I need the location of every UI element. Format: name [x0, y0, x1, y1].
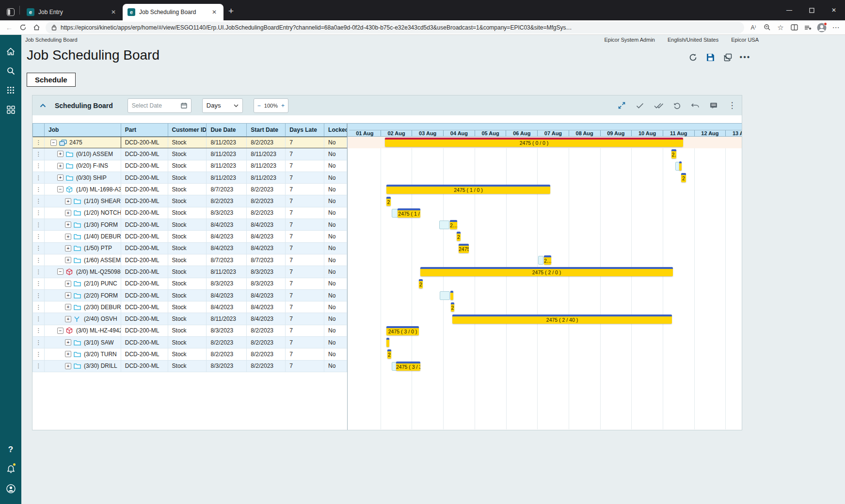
zoom-in-button[interactable]: +: [281, 102, 285, 109]
table-row[interactable]: ⋮+(3/30) DRILLDCD-200-MLStock8/3/20238/2…: [32, 361, 347, 372]
table-row[interactable]: ⋮+(0/10) ASSEMDCD-200-MLStock8/11/20238/…: [32, 148, 347, 160]
table-row[interactable]: ⋮−(2/0) ML-Q250986DCD-200-MLStock8/11/20…: [32, 266, 347, 278]
accept-check-icon[interactable]: [635, 101, 645, 110]
column-header-locked[interactable]: Locked: [324, 124, 347, 136]
expander-expand-box[interactable]: +: [65, 245, 71, 252]
zoom-out-button[interactable]: −: [257, 102, 261, 109]
table-row[interactable]: ⋮+(1/20) NOTCHDCD-200-MLStock8/3/20238/2…: [32, 207, 347, 219]
tiles-favorites-icon[interactable]: [0, 100, 21, 119]
gantt-bar[interactable]: 2475 ( 1 / 0 ): [386, 185, 550, 194]
home-icon[interactable]: [32, 23, 41, 32]
gantt-bar[interactable]: 2475 ( 3 / 30: [396, 362, 420, 371]
table-row[interactable]: ⋮+(2/20) FORMDCD-200-MLStock8/4/20238/4/…: [32, 290, 347, 301]
gantt-bar[interactable]: 2: [681, 173, 686, 182]
expander-expand-box[interactable]: +: [65, 316, 71, 322]
gantt-bar[interactable]: 2475 ( 2 / 40 ): [452, 315, 672, 324]
expander-collapse-box[interactable]: −: [57, 328, 64, 334]
table-row[interactable]: ⋮+(1/30) FORMDCD-200-MLStock8/4/20238/4/…: [32, 219, 347, 231]
column-header-part[interactable]: Part: [121, 124, 168, 136]
table-row[interactable]: ⋮+(1/10) SHEARDCD-200-MLStock8/2/20238/2…: [32, 195, 347, 207]
expander-collapse-box[interactable]: −: [57, 268, 64, 275]
row-menu-icon[interactable]: ⋮: [33, 266, 45, 277]
gantt-bar[interactable]: [679, 161, 682, 171]
expander-expand-box[interactable]: +: [65, 363, 71, 369]
gantt-bar[interactable]: 2…: [544, 255, 551, 265]
expander-expand-box[interactable]: +: [65, 198, 71, 205]
row-menu-icon[interactable]: ⋮: [33, 337, 45, 348]
notifications-bell-icon[interactable]: [0, 459, 21, 479]
home-nav-icon[interactable]: [0, 42, 21, 61]
gantt-bar[interactable]: 2475 ( 3 / 0 ): [386, 326, 419, 335]
gantt-bar[interactable]: 2475 ( 1 /: [398, 208, 420, 218]
column-header-due-date[interactable]: Due Date: [207, 124, 247, 136]
gantt-bar[interactable]: 2: [457, 232, 461, 241]
search-icon[interactable]: [0, 61, 21, 80]
save-icon[interactable]: [705, 52, 715, 62]
row-menu-icon[interactable]: ⋮: [33, 243, 45, 254]
column-header-job[interactable]: Job: [45, 124, 121, 136]
expander-expand-box[interactable]: +: [65, 339, 71, 346]
table-row[interactable]: ⋮+(2/10) PUNCDCD-200-MLStock8/3/20238/3/…: [32, 278, 347, 290]
row-menu-icon[interactable]: ⋮: [33, 301, 45, 313]
expander-expand-box[interactable]: +: [65, 304, 71, 310]
window-maximize-button[interactable]: [800, 0, 823, 20]
undo-all-icon[interactable]: [690, 101, 700, 110]
gantt-bar[interactable]: 2: [419, 279, 423, 288]
expander-expand-box[interactable]: +: [65, 257, 71, 263]
row-menu-icon[interactable]: ⋮: [33, 219, 45, 230]
row-menu-icon[interactable]: ⋮: [33, 160, 45, 172]
row-menu-icon[interactable]: ⋮: [33, 137, 45, 148]
table-row[interactable]: ⋮+(0/20) F-INSDCD-200-MLStock8/11/20238/…: [32, 160, 347, 172]
row-menu-icon[interactable]: ⋮: [33, 231, 45, 242]
row-menu-icon[interactable]: ⋮: [33, 172, 45, 183]
refresh-icon[interactable]: [18, 23, 27, 32]
expand-board-icon[interactable]: [617, 101, 626, 110]
expander-expand-box[interactable]: +: [65, 292, 71, 299]
table-row[interactable]: ⋮−(3/0) ML-HZ-4942DCD-200-MLStock8/3/202…: [32, 325, 347, 337]
gantt-bar[interactable]: 2: [386, 197, 391, 206]
browser-menu-icon[interactable]: ⋯: [831, 23, 840, 32]
column-header-days-late[interactable]: Days Late: [286, 124, 324, 136]
collapse-chevron-icon[interactable]: [37, 100, 48, 111]
expander-expand-box[interactable]: +: [65, 234, 71, 240]
read-aloud-icon[interactable]: A⁾: [749, 23, 758, 32]
page-menu-icon[interactable]: •••: [740, 52, 750, 62]
select-date-input[interactable]: Select Date: [128, 98, 191, 113]
table-row[interactable]: ⋮+(0/30) SHIPDCD-200-MLStock8/11/20238/1…: [32, 172, 347, 184]
row-menu-icon[interactable]: ⋮: [33, 361, 45, 372]
row-menu-icon[interactable]: ⋮: [33, 254, 45, 266]
row-menu-icon[interactable]: ⋮: [33, 348, 45, 360]
favorites-star-icon[interactable]: ☆: [776, 23, 785, 32]
row-menu-icon[interactable]: ⋮: [33, 313, 45, 324]
row-menu-icon[interactable]: ⋮: [33, 207, 45, 219]
comments-icon[interactable]: [709, 101, 718, 110]
row-menu-icon[interactable]: ⋮: [33, 290, 45, 301]
row-menu-icon[interactable]: ⋮: [33, 325, 45, 336]
panel-menu-icon[interactable]: ⋮: [727, 101, 737, 110]
table-row[interactable]: ⋮+(2/40) OSVHDCD-200-MLStock8/11/20238/4…: [32, 313, 347, 325]
expander-expand-box[interactable]: +: [65, 210, 71, 216]
refresh-page-icon[interactable]: [688, 52, 698, 62]
table-row[interactable]: ⋮+(1/50) PTPDCD-200-MLStock8/4/20238/4/2…: [32, 243, 347, 254]
browser-tab-job-entry[interactable]: e Job Entry ✕: [22, 4, 123, 20]
gantt-bar[interactable]: 2…: [450, 220, 457, 229]
accept-all-double-check-icon[interactable]: [654, 101, 663, 110]
workspaces-icon[interactable]: [7, 8, 15, 16]
new-tab-button[interactable]: +: [228, 6, 234, 16]
gantt-bar[interactable]: 2: [451, 302, 454, 312]
expander-expand-box[interactable]: +: [57, 151, 64, 157]
company-label[interactable]: Epicor USA: [731, 37, 759, 43]
expander-expand-box[interactable]: +: [65, 351, 71, 357]
window-close-button[interactable]: ✕: [823, 0, 845, 20]
window-minimize-button[interactable]: —: [778, 0, 800, 20]
row-menu-icon[interactable]: ⋮: [33, 278, 45, 289]
gantt-bar[interactable]: 2475: [459, 244, 469, 253]
expander-expand-box[interactable]: +: [57, 174, 64, 181]
table-row[interactable]: ⋮+(2/30) DEBURDCD-200-MLStock8/4/20238/4…: [32, 301, 347, 313]
help-icon[interactable]: ?: [0, 440, 21, 459]
current-user-label[interactable]: Epicor System Admin: [604, 37, 655, 43]
browser-tab-job-scheduling-board[interactable]: e Job Scheduling Board ✕: [123, 4, 223, 20]
gantt-bar[interactable]: [450, 291, 453, 300]
column-header-customer-id[interactable]: Customer ID: [168, 124, 207, 136]
undo-icon[interactable]: [672, 101, 682, 110]
